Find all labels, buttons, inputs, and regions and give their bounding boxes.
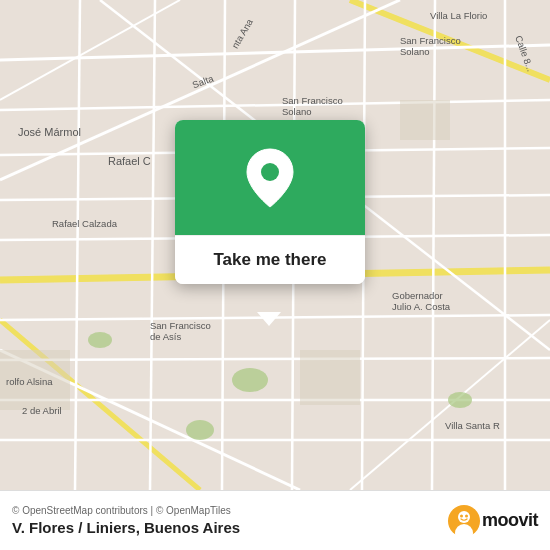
map-container: Villa La Florio San FranciscoSolano San … [0,0,550,490]
map-label-2-abril: 2 de Abril [22,405,62,416]
map-label-villa-santa: Villa Santa R [445,420,500,431]
take-me-there-label: Take me there [213,250,326,270]
take-me-there-button[interactable]: Take me there [175,235,365,284]
svg-point-25 [232,368,268,392]
map-label-rafael-calzada: Rafael Calzada [52,218,117,229]
bottom-bar: © OpenStreetMap contributors | © OpenMap… [0,490,550,550]
svg-point-37 [465,514,468,517]
moovit-logo: moovit [448,505,538,537]
map-label-rafael: Rafael C [108,155,151,167]
map-label-gobernador: GobernadorJulio A. Costa [392,290,450,312]
popup-caret [257,312,281,326]
popup-card: Take me there [175,120,365,284]
svg-rect-30 [300,350,360,405]
map-label-sf-solano: San FranciscoSolano [400,35,461,57]
map-label-villa-florio: Villa La Florio [430,10,487,21]
svg-point-27 [186,420,214,440]
svg-point-26 [88,332,112,348]
moovit-text: moovit [482,510,538,531]
moovit-icon [448,505,480,537]
map-label-jose-marmol: José Mármol [18,126,81,138]
location-pin-icon [243,147,297,209]
svg-point-34 [458,511,470,523]
svg-point-28 [448,392,472,408]
map-label-sf-asis: San Franciscode Asís [150,320,211,342]
popup-green-area [175,120,365,235]
svg-point-36 [460,514,463,517]
svg-point-32 [261,163,279,181]
map-label-sf-solano2: San FranciscoSolano [282,95,343,117]
svg-rect-31 [400,100,450,140]
map-label-adolfo: rolfo Alsina [6,376,52,387]
